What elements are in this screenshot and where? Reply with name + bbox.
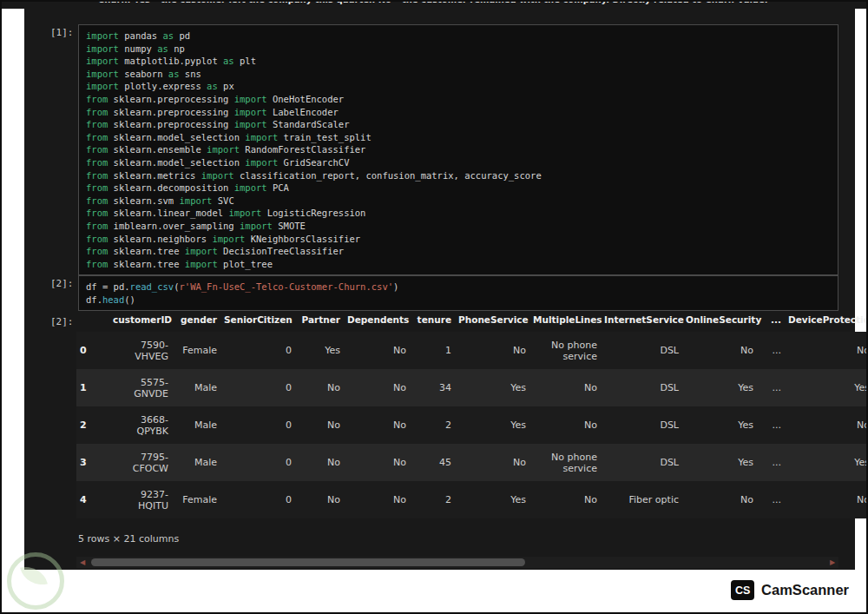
- code-token: sns: [180, 69, 201, 79]
- code-token: import: [245, 157, 278, 168]
- code-token: DecisionTreeClassifier: [218, 246, 344, 256]
- camscanner-brand-text: CamScanner: [761, 582, 849, 598]
- top-note-bar: • Churn: Yes – the customer left the com…: [0, 0, 868, 9]
- code-token: from: [86, 119, 108, 129]
- code-token: from: [86, 208, 108, 218]
- table-cell: ...: [757, 406, 785, 444]
- code-token: plt: [234, 56, 256, 66]
- table-cell: No: [344, 332, 410, 369]
- table-cell: 0: [220, 332, 295, 369]
- code-token: plotly.express: [119, 81, 207, 91]
- code-token: import: [245, 132, 278, 142]
- code-line: import seaborn as sns: [86, 68, 831, 81]
- camscanner-logo: CS CamScanner: [731, 580, 849, 600]
- code-line: from sklearn.preprocessing import LabelE…: [86, 106, 831, 119]
- table-cell: No: [455, 444, 529, 481]
- code-token: import: [234, 119, 267, 129]
- table-row: 37795-CFOCWMale0NoNo45NoNo phone service…: [76, 444, 868, 481]
- code-line: from imblearn.over_sampling import SMOTE: [86, 220, 831, 233]
- table-cell: No: [295, 369, 344, 406]
- table-cell: Yes: [455, 481, 529, 518]
- top-note: • Churn: Yes – the customer left the com…: [89, 0, 768, 4]
- code-line: import pandas as pd: [86, 30, 831, 43]
- code-token: import: [234, 107, 267, 117]
- scanner-watermark-logo: [5, 551, 66, 611]
- notebook-panel: [1]: import pandas as pdimport numpy as …: [24, 9, 855, 570]
- table-cell: 7795-CFOCW: [109, 444, 172, 481]
- table-cell: 45: [410, 444, 455, 481]
- table-cell: No: [529, 369, 601, 406]
- table-cell: No: [295, 481, 344, 518]
- code-token: as: [157, 43, 168, 54]
- row-index: 3: [76, 444, 109, 481]
- code-line: from sklearn.model_selection import trai…: [86, 131, 831, 144]
- scroll-right-icon[interactable]: ▶: [826, 557, 838, 568]
- table-footer: 5 rows × 21 columns: [78, 533, 179, 545]
- scrollbar-thumb[interactable]: [91, 558, 525, 566]
- table-cell: 34: [410, 369, 455, 406]
- code-line: from sklearn.ensemble import RandomFores…: [86, 143, 831, 156]
- code-token: from: [86, 157, 108, 168]
- code-token: sklearn.decomposition: [108, 182, 233, 193]
- code-token: from: [86, 170, 108, 181]
- table-cell: 5575-GNVDE: [109, 369, 172, 406]
- code-line: from sklearn.model_selection import Grid…: [86, 156, 831, 169]
- table-cell: Male: [172, 444, 220, 481]
- table-cell: Female: [172, 481, 220, 518]
- table-cell: DSL: [601, 444, 682, 481]
- table-cell: DSL: [601, 406, 682, 444]
- table-cell: No: [344, 481, 410, 518]
- dataframe-output: customerIDgenderSeniorCitizenPartnerDepe…: [76, 308, 838, 518]
- table-cell: No: [455, 332, 529, 369]
- code-cell-imports[interactable]: import pandas as pdimport numpy as npimp…: [78, 24, 838, 275]
- table-row: 15575-GNVDEMale0NoNo34YesNoDSLYes...YesN…: [76, 369, 868, 406]
- table-cell: Yes: [455, 406, 529, 444]
- column-header: customerID: [109, 308, 172, 332]
- table-cell: 7590-VHVEG: [109, 332, 172, 369]
- row-index: 4: [76, 481, 109, 518]
- table-cell: No: [344, 444, 410, 481]
- code-token: import: [234, 94, 267, 104]
- code-token: import: [201, 170, 234, 181]
- code-token: PCA: [267, 182, 289, 193]
- code-token: sklearn.preprocessing: [108, 94, 233, 104]
- code-token: import: [212, 234, 245, 244]
- table-cell: No: [295, 444, 344, 481]
- code-line: from sklearn.decomposition import PCA: [86, 182, 831, 195]
- camscanner-badge-icon: CS: [731, 580, 754, 600]
- table-cell: No: [344, 406, 410, 444]
- table-cell: Female: [172, 332, 220, 369]
- table-cell: No: [785, 481, 868, 518]
- scroll-left-icon[interactable]: ◀: [76, 557, 89, 568]
- table-cell: ...: [757, 444, 785, 481]
- code-token: plot_tree: [218, 259, 273, 269]
- code-token: SMOTE: [273, 221, 306, 231]
- code-token: from: [86, 234, 108, 244]
- row-index: 1: [76, 369, 109, 406]
- cell-output-prompt: [2]:: [50, 316, 74, 327]
- code-token: matplotlib.pyplot: [119, 56, 223, 66]
- code-token: from: [86, 195, 108, 206]
- table-cell: Yes: [455, 369, 529, 406]
- table-cell: No: [682, 332, 757, 369]
- table-row: 49237-HQITUFemale0NoNo2YesNoFiber opticN…: [76, 481, 868, 518]
- table-cell: Yes: [785, 369, 868, 406]
- code-token: import: [240, 221, 273, 231]
- code-token: import: [86, 56, 119, 66]
- horizontal-scrollbar[interactable]: ◀ ▶: [76, 557, 838, 568]
- code-token: sklearn.svm: [108, 195, 179, 206]
- table-header-row: customerIDgenderSeniorCitizenPartnerDepe…: [76, 308, 868, 332]
- code-line: from sklearn.svm import SVC: [86, 195, 831, 208]
- table-cell: Yes: [785, 444, 868, 481]
- column-header: tenure: [410, 308, 455, 332]
- code-line: from sklearn.linear_model import Logisti…: [86, 207, 831, 220]
- code-token: r'WA_Fn-UseC_-Telco-Customer-Churn.csv': [179, 281, 393, 292]
- table-cell: No: [529, 481, 601, 518]
- code-token: KNeighborsClassifier: [245, 234, 360, 244]
- code-token: from: [86, 94, 108, 104]
- column-header: SeniorCitizen: [220, 308, 295, 332]
- code-token: px: [218, 81, 234, 91]
- code-cell-read-csv[interactable]: df = pd.read_csv(r'WA_Fn-UseC_-Telco-Cus…: [78, 275, 838, 311]
- code-token: import: [86, 81, 119, 91]
- code-token: as: [207, 81, 218, 91]
